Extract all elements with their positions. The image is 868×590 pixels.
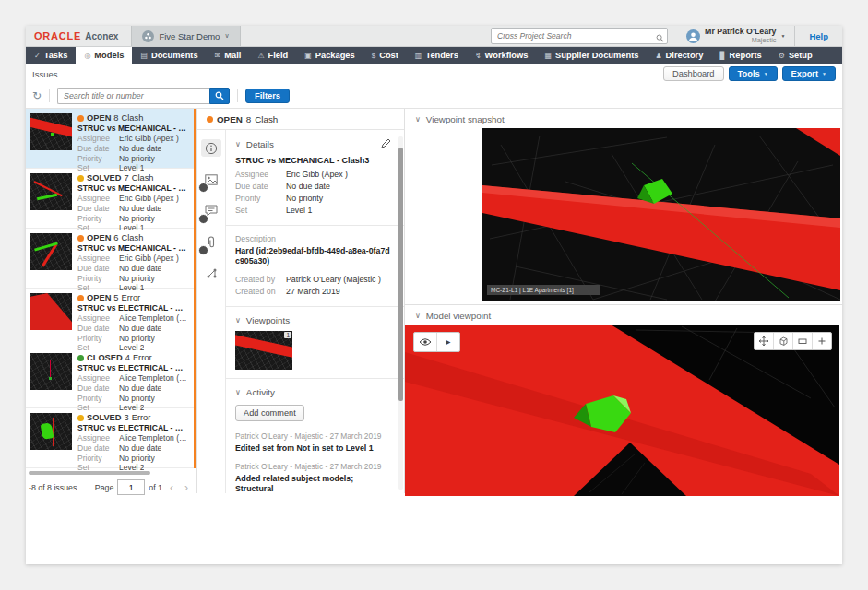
refresh-icon[interactable]: ↻ (32, 90, 42, 101)
model-viewpoint-header[interactable]: ∨ Model viewpoint (405, 305, 842, 324)
issue-due: No due date (119, 443, 161, 454)
page-of-label: of 1 (149, 483, 162, 492)
issue-list-item[interactable]: OPEN 8 Clash STRUC vs MECHANICAL - Clash… (26, 109, 196, 169)
divider (226, 378, 404, 379)
viewpoint-snapshot-image: MC-Z1-L1 | L1E Apartments [1] (405, 128, 842, 304)
issue-thumbnail (30, 233, 72, 270)
project-selector[interactable]: Five Star Demo ∨ (131, 26, 240, 46)
detail-scrollbar-thumb[interactable] (398, 148, 403, 401)
issue-search-input[interactable] (57, 88, 209, 104)
issue-assignee: Eric Gibb (Apex ) (119, 134, 179, 144)
help-link[interactable]: Help (794, 26, 842, 46)
nav-tab[interactable]: ⚙ Setup (770, 47, 821, 64)
nav-tab[interactable]: ✉ Mail (207, 47, 250, 64)
issue-list-item[interactable]: OPEN 6 Clash STRUC vs MECHANICAL - Clash… (26, 229, 196, 289)
issue-priority: No priority (119, 154, 155, 164)
count-badge (198, 183, 208, 193)
pan-button[interactable] (755, 333, 774, 349)
nav-tab-label: Tasks (44, 51, 68, 60)
page-header: Issues Dashboard Tools▼ Export▼ (26, 64, 842, 84)
issue-detail-panel: OPEN 8 Clash (197, 109, 405, 493)
issue-assignee: Eric Gibb (Apex ) (119, 254, 179, 264)
issue-list-item[interactable]: SOLVED 7 Clash STRUC vs MECHANICAL - Cla… (26, 169, 196, 229)
nav-tab[interactable]: ✓ Tasks (26, 47, 76, 64)
zoom-out-button[interactable] (793, 333, 813, 349)
filters-button[interactable]: Filters (245, 88, 290, 103)
detail-assignee: Eric Gibb (Apex ) (286, 169, 348, 181)
issue-list-item[interactable]: SOLVED 3 Error STRUC vs ELECTRICAL - Cla… (26, 408, 196, 468)
edit-icon[interactable] (381, 138, 391, 150)
nav-tab[interactable]: ▦ Supplier Documents (536, 47, 647, 64)
detail-status-dot (207, 116, 213, 123)
issue-status: OPEN (87, 293, 111, 302)
nav-tab[interactable]: ▤ Documents (132, 47, 206, 64)
nav-tab[interactable]: ♟ Directory (647, 47, 711, 64)
detail-priority: No priority (286, 193, 323, 205)
pan-icon (758, 336, 769, 347)
detail-scrollbar-track[interactable] (398, 136, 403, 490)
status-dot (77, 235, 84, 242)
viewer-zoom-toolbar (754, 332, 832, 350)
nav-tab[interactable]: ▊ Reports (711, 47, 769, 64)
comments-tab[interactable] (201, 202, 221, 219)
nav-tab[interactable]: $ Cost (363, 47, 407, 64)
issue-number: 4 (125, 353, 130, 362)
issue-assignee: Alice Templeton (Enzic... (119, 313, 188, 324)
prev-page-button[interactable]: ‹ (166, 482, 177, 493)
issue-assignee: Alice Templeton (Enzic... (119, 373, 188, 384)
dashboard-button[interactable]: Dashboard (663, 66, 723, 81)
viewpoint-thumbnail[interactable]: 1 (235, 331, 292, 370)
page-number-input[interactable] (117, 479, 145, 495)
nav-tab[interactable]: ⚠ Field (249, 47, 296, 64)
issue-title: STRUC vs ELECTRICAL - Clash2 (77, 423, 188, 432)
nav-tab[interactable]: ↯ Workflows (467, 47, 537, 64)
issue-type: Clash (122, 113, 144, 123)
nav-tab-icon: ✉ (215, 52, 221, 60)
primary-nav: ✓ Tasks ◎ Models ▤ Documents ✉ Mail ⚠ Fi… (26, 47, 842, 64)
model-viewer-canvas[interactable]: ▸ (405, 324, 842, 496)
related-models-tab[interactable] (201, 265, 221, 282)
issue-list-item[interactable]: CLOSED 4 Error STRUC vs ELECTRICAL - Cla… (26, 348, 196, 408)
nav-tab-icon: ◎ (84, 52, 90, 60)
user-avatar (686, 30, 700, 43)
add-comment-button[interactable]: Add comment (235, 405, 304, 421)
nav-tab[interactable]: ▣ Packages (296, 47, 363, 64)
issue-priority: No priority (119, 274, 155, 284)
page-title: Issues (32, 69, 57, 79)
tools-button[interactable]: Tools▼ (729, 66, 778, 81)
page-label: Page (95, 483, 114, 492)
search-button[interactable] (209, 88, 230, 104)
nav-tab-icon: ⚠ (257, 52, 264, 60)
issue-priority: No priority (119, 454, 155, 464)
count-badge (198, 245, 208, 255)
list-scrollbar[interactable] (194, 109, 196, 468)
issue-due: No due date (119, 384, 161, 394)
visibility-button[interactable] (414, 333, 437, 351)
nav-tab-icon: ▊ (719, 52, 725, 60)
zoom-in-button[interactable] (813, 333, 831, 349)
details-section-header[interactable]: ∨ Details (235, 138, 391, 150)
next-page-button[interactable]: › (181, 482, 192, 493)
issue-type: Clash (132, 173, 154, 183)
viewpoints-section-header[interactable]: ∨ Viewpoints (235, 315, 391, 325)
orbit-button[interactable] (774, 333, 793, 349)
activity-section-header[interactable]: ∨ Activity (235, 387, 391, 397)
nav-tab[interactable]: ▥ Tenders (407, 47, 467, 64)
cross-project-search-input[interactable] (491, 28, 668, 44)
issue-title: STRUC vs MECHANICAL - Clash1 (77, 243, 188, 253)
play-icon: ▸ (446, 337, 450, 347)
search-icon (215, 91, 224, 100)
issue-priority: No priority (119, 394, 155, 404)
user-menu[interactable]: Mr Patrick O'Leary Majestic ▼ (677, 26, 794, 46)
viewpoints-tab[interactable] (201, 171, 221, 188)
viewpoint-snapshot-header[interactable]: ∨ Viewpoint snapshot (405, 109, 842, 128)
attachments-tab[interactable] (201, 233, 221, 251)
issue-list-item[interactable]: OPEN 5 Error STRUC vs ELECTRICAL - Clash… (26, 289, 196, 348)
nav-tab-label: Packages (315, 51, 355, 60)
info-tab[interactable] (201, 139, 221, 157)
nav-tab[interactable]: ◎ Models (76, 47, 132, 64)
export-button[interactable]: Export▼ (782, 66, 836, 81)
expand-toolbar-button[interactable]: ▸ (437, 333, 459, 351)
detail-content: ∨ Details STRUC vs MECHANICAL - Clash3 A… (225, 130, 404, 493)
viewpoint-snapshot-section: ∨ Viewpoint snapshot (405, 109, 842, 305)
